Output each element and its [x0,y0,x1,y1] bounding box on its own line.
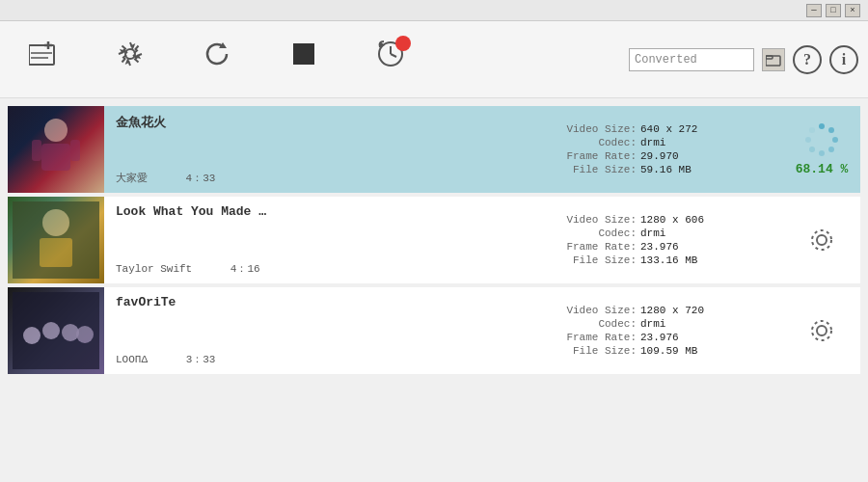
file-meta-2: Taylor Swift 4：16 [116,261,540,276]
file-artist-3: LOOΠΔ [116,354,148,365]
add-files-button[interactable] [10,26,77,94]
spec-codec-1: Codec: drmi [559,137,775,148]
close-button[interactable]: × [845,4,860,17]
toolbar: ? i [0,21,868,98]
title-bar: ─ □ × [0,0,868,21]
file-specs-1: Video Size: 640 x 272 Codec: drmi Frame … [552,106,783,193]
svg-point-28 [812,321,831,340]
svg-point-24 [42,322,60,339]
settings-gear-icon-2[interactable] [809,228,834,253]
file-duration-1: 4：33 [186,173,216,184]
file-duration-3: 3：33 [186,354,216,365]
file-artist-1: 大家愛 [116,173,148,184]
file-action-1: 68.14 % [783,106,860,193]
stop-button[interactable] [270,26,338,94]
options-button[interactable] [96,26,164,94]
file-title-3: favOriTe [116,295,540,309]
file-info-3: favOriTe LOOΠΔ 3：33 [104,287,552,374]
svg-rect-16 [70,140,80,161]
thumbnail-1 [8,106,104,193]
browse-folder-button[interactable] [762,48,785,71]
minimize-button[interactable]: ─ [806,4,822,17]
info-button[interactable]: i [829,45,858,74]
spec-video-size-2: Video Size: 1280 x 606 [559,214,775,226]
file-item-3[interactable]: favOriTe LOOΠΔ 3：33 Video Size: 1280 x 7… [8,287,860,374]
svg-rect-14 [41,144,70,171]
gear-settings-icon [117,40,144,75]
svg-point-27 [817,326,827,335]
file-item-2[interactable]: Look What You Made … Taylor Swift 4：16 V… [8,197,860,283]
stop-icon [293,43,314,72]
file-meta-1: 大家愛 4：33 [116,171,540,185]
svg-point-21 [812,230,831,250]
file-info-2: Look What You Made … Taylor Swift 4：16 [104,197,552,283]
history-clock-icon [376,40,405,76]
spec-file-size-1: File Size: 59.16 MB [559,164,775,175]
converting-spinner [805,123,838,156]
file-meta-3: LOOΠΔ 3：33 [116,352,540,366]
convert-icon [203,40,231,75]
progress-text-1: 68.14 % [796,162,849,176]
file-title-1: 金魚花火 [116,114,540,131]
spec-frame-rate-3: Frame Rate: 23.976 [559,332,775,343]
spec-codec-3: Codec: drmi [559,318,775,330]
spec-codec-2: Codec: drmi [559,228,775,239]
svg-line-9 [391,54,396,57]
thumbnail-3 [8,287,104,374]
file-duration-2: 4：16 [231,263,260,275]
convert-button[interactable] [183,26,251,94]
spec-frame-rate-2: Frame Rate: 23.976 [559,241,775,253]
svg-rect-15 [32,140,41,161]
spec-file-size-2: File Size: 133.16 MB [559,254,775,266]
svg-point-26 [76,326,94,343]
history-button[interactable] [357,26,424,94]
settings-gear-icon-3[interactable] [809,318,834,343]
svg-rect-19 [40,238,72,267]
output-area: ? i [621,45,858,74]
add-files-icon [29,41,58,74]
file-action-3 [783,287,860,374]
svg-point-5 [125,49,135,59]
history-badge [395,36,411,51]
spec-frame-rate-1: Frame Rate: 29.970 [559,150,775,162]
file-info-1: 金魚花火 大家愛 4：33 [104,106,552,193]
file-action-2 [783,197,860,283]
file-specs-2: Video Size: 1280 x 606 Codec: drmi Frame… [552,197,783,283]
window-controls: ─ □ × [806,4,860,17]
spec-file-size-3: File Size: 109.59 MB [559,345,775,357]
spec-video-size-3: Video Size: 1280 x 720 [559,305,775,316]
file-item-1[interactable]: 金魚花火 大家愛 4：33 Video Size: 640 x 272 Code… [8,106,860,193]
svg-rect-12 [766,56,773,59]
svg-point-23 [23,327,41,344]
svg-point-20 [817,235,827,245]
svg-rect-0 [29,45,54,65]
maximize-button[interactable]: □ [826,4,841,17]
file-title-2: Look What You Made … [116,204,540,219]
svg-point-18 [42,209,69,236]
file-list: 金魚花火 大家愛 4：33 Video Size: 640 x 272 Code… [0,98,868,382]
output-path-input[interactable] [629,48,754,71]
svg-point-13 [44,119,68,142]
spec-video-size-1: Video Size: 640 x 272 [559,123,775,135]
file-artist-2: Taylor Swift [116,263,192,275]
file-specs-3: Video Size: 1280 x 720 Codec: drmi Frame… [552,287,783,374]
help-button[interactable]: ? [793,45,822,74]
thumbnail-2 [8,197,104,283]
